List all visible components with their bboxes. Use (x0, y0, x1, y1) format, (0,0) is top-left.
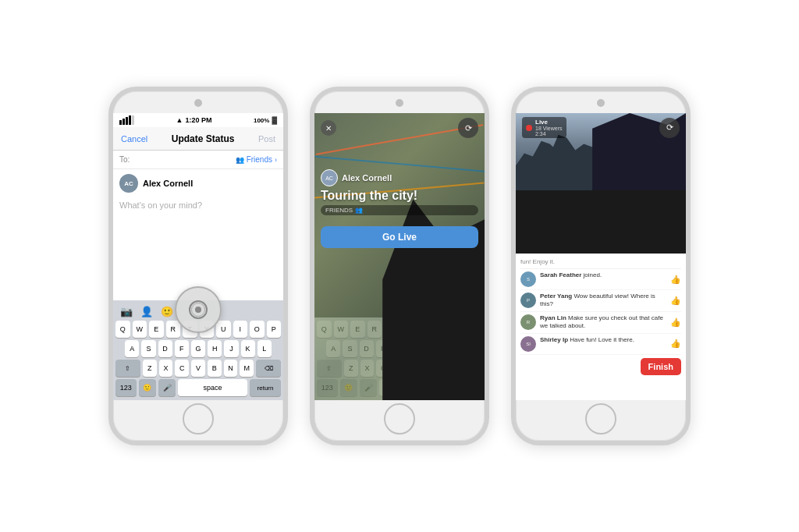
key-o[interactable]: O (250, 321, 265, 338)
key-v[interactable]: V (191, 360, 205, 377)
comment-2: R Ryan Lin Make sure you check out that … (520, 312, 681, 334)
close-icon: ✕ (325, 124, 332, 133)
key-n[interactable]: N (224, 360, 238, 377)
live-dot (526, 125, 532, 131)
comment-0: S Sarah Feather joined. 👍 (520, 269, 681, 290)
phone-1-screen: ▲ 1:20 PM 100% ▓ Cancel Update Status Po… (113, 113, 283, 400)
phone-1: ▲ 1:20 PM 100% ▓ Cancel Update Status Po… (108, 87, 288, 445)
key-shift[interactable]: ⇧ (115, 360, 140, 377)
battery-label: 100% (254, 117, 269, 124)
phone2-top-bar: ✕ ⟳ (314, 113, 485, 143)
friends-button[interactable]: 👥 Friends › (236, 155, 277, 164)
audience-label: FRIENDS (325, 207, 353, 214)
key-i[interactable]: I (233, 321, 248, 338)
phone-2: ✕ ⟳ AC Alex Cornell Touring the city! FR… (310, 87, 489, 445)
user-name: Alex Cornell (143, 179, 193, 188)
key-emoji[interactable]: 🙂 (139, 379, 156, 396)
audience-selector[interactable]: To: 👥 Friends › (113, 151, 283, 169)
key-a[interactable]: A (125, 340, 139, 357)
key-space[interactable]: space (178, 379, 247, 396)
key-r[interactable]: R (166, 321, 181, 338)
phone3-top-bar: Live 18 Viewers 2:34 ⟳ (516, 113, 686, 142)
emoji-icon[interactable]: 🙂 (161, 306, 173, 317)
keyboard-row-2: A S D F G H J K L (115, 340, 281, 357)
comment-text-3: Shirley Ip Have fun! Love it there. (540, 336, 666, 344)
key-q[interactable]: Q (115, 321, 130, 338)
cancel-button[interactable]: Cancel (121, 134, 147, 144)
post-button[interactable]: Post (258, 134, 275, 144)
finish-button[interactable]: Finish (641, 358, 681, 375)
audience-people-icon: 👥 (355, 207, 363, 214)
signal-icon (119, 115, 134, 125)
phone2-user-row: AC Alex Cornell (321, 169, 478, 186)
nav-bar-1: Cancel Update Status Post (113, 127, 283, 151)
phone3-flip-icon: ⟳ (666, 122, 673, 133)
key-w[interactable]: W (133, 321, 147, 338)
key-m[interactable]: M (240, 360, 254, 377)
keyboard-overlay: 📷 👤 🙂 Q W E R T Y U I O P (113, 300, 283, 400)
keyboard-row-3: ⇧ Z X C V B N M ⌫ (115, 360, 281, 377)
like-icon-3[interactable]: 👍 (670, 339, 681, 349)
user-avatar: AC (119, 174, 138, 193)
comment-text-1: Peter Yang Wow beautiful view! Where is … (540, 293, 666, 309)
key-s[interactable]: S (141, 340, 155, 357)
commenter-avatar-3: SI (520, 336, 536, 352)
phone-3-screen: Live 18 Viewers 2:34 ⟳ fun! Enjoy it. (516, 113, 686, 400)
key-p[interactable]: P (267, 321, 282, 338)
chevron-right-icon: › (275, 156, 277, 164)
time: 1:20 PM (185, 116, 211, 124)
battery-icon: ▓ (272, 116, 277, 124)
phone3-live-stream: Live 18 Viewers 2:34 ⟳ (516, 113, 686, 254)
key-return[interactable]: return (250, 379, 281, 396)
live-indicator: Live 18 Viewers 2:34 (522, 117, 566, 138)
like-icon-2[interactable]: 👍 (670, 317, 681, 328)
camera-icon[interactable]: 📷 (120, 306, 133, 317)
phone-2-screen: ✕ ⟳ AC Alex Cornell Touring the city! FR… (314, 113, 485, 400)
user-row: AC Alex Cornell (113, 169, 283, 197)
key-g[interactable]: G (191, 340, 205, 357)
key-e[interactable]: E (149, 321, 164, 338)
comment-1: P Peter Yang Wow beautiful view! Where i… (520, 290, 681, 312)
key-123[interactable]: 123 (115, 379, 137, 396)
commenter-avatar-2: R (520, 314, 536, 330)
commenter-name-3: Shirley Ip (540, 336, 568, 343)
phone2-live-preview: ✕ ⟳ AC Alex Cornell Touring the city! FR… (314, 113, 485, 400)
key-h[interactable]: H (208, 340, 222, 357)
key-d[interactable]: D (158, 340, 172, 357)
live-button-circle[interactable] (175, 286, 222, 333)
live-broadcast-icon (189, 300, 208, 319)
stream-timer: 2:34 (535, 131, 563, 137)
phone3-flip-button[interactable]: ⟳ (659, 118, 680, 138)
live-label: Live (535, 119, 563, 126)
key-x[interactable]: X (159, 360, 173, 377)
key-k[interactable]: K (241, 340, 255, 357)
comment-text-0: Sarah Feather joined. (540, 271, 666, 279)
key-f[interactable]: F (175, 340, 189, 357)
update-status-title: Update Status (172, 133, 235, 144)
commenter-name-0: Sarah Feather (540, 271, 581, 278)
go-live-label: Go Live (382, 232, 417, 243)
key-j[interactable]: J (224, 340, 238, 357)
like-icon-0[interactable]: 👍 (670, 275, 681, 285)
to-label: To: (119, 155, 130, 164)
close-button[interactable]: ✕ (321, 120, 336, 136)
key-l[interactable]: L (257, 340, 272, 357)
key-c[interactable]: C (175, 360, 189, 377)
key-u[interactable]: U (216, 321, 231, 338)
flip-camera-button[interactable]: ⟳ (458, 118, 478, 138)
go-live-button[interactable]: Go Live (321, 226, 478, 248)
commenter-avatar-0: S (520, 271, 536, 287)
add-friend-icon[interactable]: 👤 (140, 306, 153, 317)
comment-text-2: Ryan Lin Make sure you check out that ca… (540, 314, 666, 331)
status-input[interactable]: What's on your mind? (113, 197, 283, 300)
key-mic[interactable]: 🎤 (158, 379, 176, 396)
key-b[interactable]: B (208, 360, 222, 377)
key-z[interactable]: Z (143, 360, 157, 377)
phones-container: ▲ 1:20 PM 100% ▓ Cancel Update Status Po… (93, 71, 706, 461)
key-delete[interactable]: ⌫ (256, 360, 281, 377)
phone2-user-info: AC Alex Cornell Touring the city! FRIEND… (314, 166, 485, 218)
commenter-name-1: Peter Yang (540, 293, 572, 300)
comments-section: fun! Enjoy it. S Sarah Feather joined. 👍… (516, 254, 686, 400)
like-icon-1[interactable]: 👍 (670, 296, 681, 306)
status-bar-1: ▲ 1:20 PM 100% ▓ (113, 113, 283, 127)
